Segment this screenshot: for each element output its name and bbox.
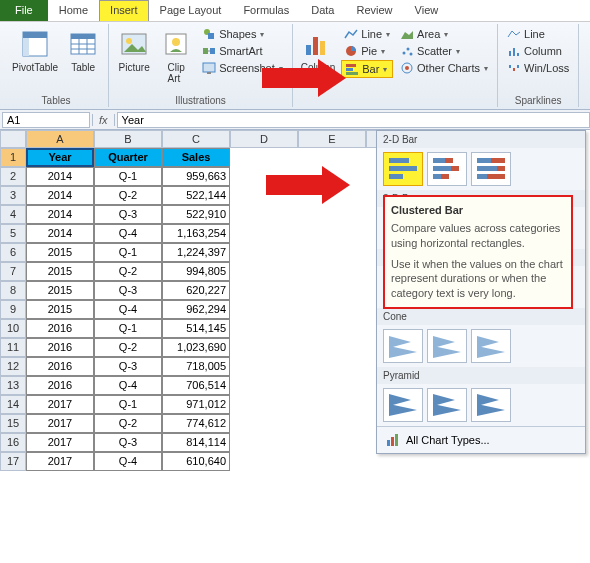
cell[interactable]: 2016	[26, 376, 94, 395]
cell[interactable]: 962,294	[162, 300, 230, 319]
row-header[interactable]: 5	[0, 224, 26, 243]
clipart-button[interactable]: Clip Art	[157, 26, 195, 86]
tab-home[interactable]: Home	[48, 0, 99, 21]
formula-input[interactable]: Year	[117, 112, 590, 128]
cell[interactable]: Q-2	[94, 414, 162, 433]
tab-data[interactable]: Data	[300, 0, 345, 21]
row-header[interactable]: 17	[0, 452, 26, 471]
cell[interactable]: 522,144	[162, 186, 230, 205]
pie-chart-button[interactable]: Pie▾	[341, 43, 393, 59]
pyramid-bar-option-1[interactable]	[383, 388, 423, 422]
tab-view[interactable]: View	[404, 0, 450, 21]
cell[interactable]: 774,612	[162, 414, 230, 433]
cell[interactable]: 610,640	[162, 452, 230, 471]
name-box[interactable]: A1	[2, 112, 90, 128]
cone-bar-option-2[interactable]	[427, 329, 467, 363]
pyramid-bar-option-2[interactable]	[427, 388, 467, 422]
smartart-button[interactable]: SmartArt	[199, 43, 286, 59]
row-header[interactable]: 11	[0, 338, 26, 357]
table-button[interactable]: Table	[64, 26, 102, 75]
cone-bar-option-1[interactable]	[383, 329, 423, 363]
tab-insert[interactable]: Insert	[99, 0, 149, 21]
shapes-button[interactable]: Shapes▾	[199, 26, 286, 42]
sparkline-line-button[interactable]: Line	[504, 26, 572, 42]
row-header[interactable]: 13	[0, 376, 26, 395]
cell[interactable]: Q-3	[94, 433, 162, 452]
col-header-e[interactable]: E	[298, 130, 366, 148]
row-header[interactable]: 7	[0, 262, 26, 281]
tab-pagelayout[interactable]: Page Layout	[149, 0, 233, 21]
row-header[interactable]: 12	[0, 357, 26, 376]
row-header[interactable]: 16	[0, 433, 26, 452]
cell[interactable]: Quarter	[94, 148, 162, 167]
tab-file[interactable]: File	[0, 0, 48, 21]
cell[interactable]: 2017	[26, 395, 94, 414]
cell[interactable]: Q-2	[94, 338, 162, 357]
cell[interactable]: Q-3	[94, 205, 162, 224]
col-header-b[interactable]: B	[94, 130, 162, 148]
cell[interactable]: 620,227	[162, 281, 230, 300]
cell[interactable]: 1,224,397	[162, 243, 230, 262]
other-charts-button[interactable]: Other Charts▾	[397, 60, 491, 76]
pivottable-button[interactable]: PivotTable	[10, 26, 60, 75]
cell[interactable]: 2015	[26, 262, 94, 281]
cell[interactable]: 2016	[26, 357, 94, 376]
row-header[interactable]: 6	[0, 243, 26, 262]
bar-chart-button[interactable]: Bar▾	[341, 60, 393, 78]
cell[interactable]: 959,663	[162, 167, 230, 186]
cell[interactable]: 2014	[26, 167, 94, 186]
row-header[interactable]: 4	[0, 205, 26, 224]
pyramid-bar-option-3[interactable]	[471, 388, 511, 422]
row-header[interactable]: 9	[0, 300, 26, 319]
cell[interactable]: 814,114	[162, 433, 230, 452]
col-header-a[interactable]: A	[26, 130, 94, 148]
all-chart-types-button[interactable]: All Chart Types...	[377, 426, 585, 453]
cell[interactable]: Q-4	[94, 452, 162, 471]
cell[interactable]: Q-1	[94, 395, 162, 414]
row-header[interactable]: 8	[0, 281, 26, 300]
cell[interactable]: 994,805	[162, 262, 230, 281]
sparkline-column-button[interactable]: Column	[504, 43, 572, 59]
cell[interactable]: 522,910	[162, 205, 230, 224]
cell[interactable]: Year	[26, 148, 94, 167]
fx-icon[interactable]: fx	[92, 114, 115, 126]
cell[interactable]: 1,163,254	[162, 224, 230, 243]
cell[interactable]: 2015	[26, 243, 94, 262]
cell[interactable]: Q-1	[94, 319, 162, 338]
cell[interactable]: 514,145	[162, 319, 230, 338]
cell[interactable]: Q-1	[94, 243, 162, 262]
cell[interactable]: 2015	[26, 281, 94, 300]
cell[interactable]: Q-3	[94, 281, 162, 300]
cell[interactable]: 2017	[26, 414, 94, 433]
select-all-corner[interactable]	[0, 130, 26, 148]
cell[interactable]: Sales	[162, 148, 230, 167]
cell[interactable]: 2016	[26, 319, 94, 338]
col-header-c[interactable]: C	[162, 130, 230, 148]
cell[interactable]: 2017	[26, 433, 94, 452]
cell[interactable]: 2015	[26, 300, 94, 319]
tab-review[interactable]: Review	[345, 0, 403, 21]
tab-formulas[interactable]: Formulas	[232, 0, 300, 21]
row-header[interactable]: 2	[0, 167, 26, 186]
cell[interactable]: Q-4	[94, 300, 162, 319]
cell[interactable]: 2014	[26, 186, 94, 205]
cell[interactable]: 2016	[26, 338, 94, 357]
row-header[interactable]: 10	[0, 319, 26, 338]
row-header[interactable]: 1	[0, 148, 26, 167]
cell[interactable]: Q-3	[94, 357, 162, 376]
cone-bar-option-3[interactable]	[471, 329, 511, 363]
cell[interactable]: 1,023,690	[162, 338, 230, 357]
100-stacked-bar-option[interactable]	[471, 152, 511, 186]
cell[interactable]: 971,012	[162, 395, 230, 414]
row-header[interactable]: 14	[0, 395, 26, 414]
row-header[interactable]: 15	[0, 414, 26, 433]
col-header-d[interactable]: D	[230, 130, 298, 148]
area-chart-button[interactable]: Area▾	[397, 26, 491, 42]
clustered-bar-option[interactable]	[383, 152, 423, 186]
row-header[interactable]: 3	[0, 186, 26, 205]
cell[interactable]: 2014	[26, 224, 94, 243]
cell[interactable]: Q-2	[94, 262, 162, 281]
cell[interactable]: Q-1	[94, 167, 162, 186]
cell[interactable]: Q-4	[94, 376, 162, 395]
cell[interactable]: Q-4	[94, 224, 162, 243]
